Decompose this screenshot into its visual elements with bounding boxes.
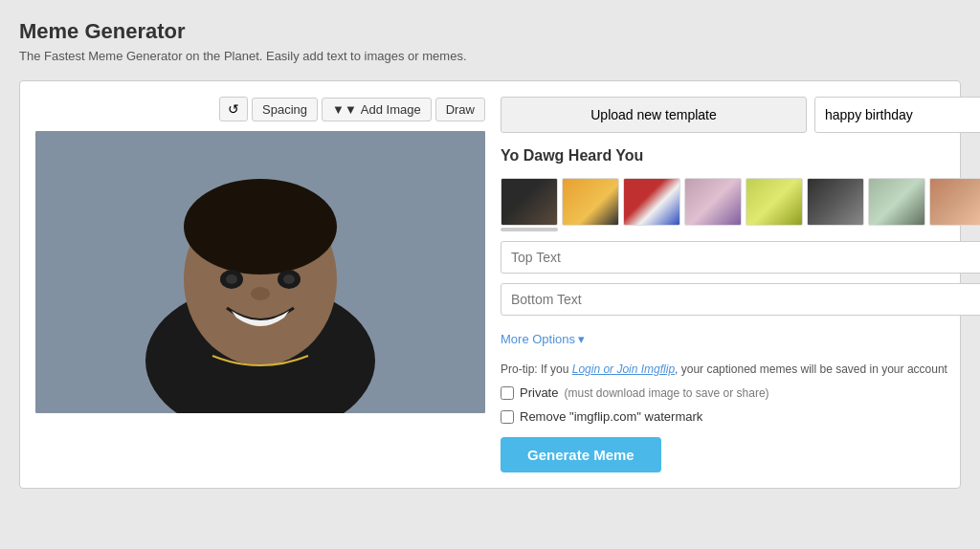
chevron-down-icon: ▾	[578, 332, 585, 346]
template-title: Yo Dawg Heard You	[501, 147, 643, 165]
meme-image	[35, 131, 485, 413]
thumbnail-item[interactable]	[746, 178, 803, 226]
thumbnail-item[interactable]	[501, 178, 558, 226]
thumbnails-container	[501, 178, 980, 231]
bottom-text-input[interactable]	[501, 283, 980, 316]
generate-meme-button[interactable]: Generate Meme	[501, 437, 661, 472]
private-checkbox-row: Private (must download image to save or …	[501, 385, 980, 400]
top-text-input[interactable]	[501, 241, 980, 274]
top-text-row: ⚙	[501, 241, 980, 274]
thumbnail-row	[501, 178, 980, 226]
more-options-link[interactable]: More Options ▾	[501, 332, 585, 346]
draw-button[interactable]: Draw	[435, 98, 485, 121]
reset-icon-button[interactable]: ↺	[219, 97, 248, 121]
meme-svg	[35, 131, 485, 413]
watermark-checkbox[interactable]	[501, 410, 514, 424]
svg-point-5	[184, 179, 337, 274]
thumbnail-item[interactable]	[868, 178, 925, 226]
add-image-icon: ▼▼	[332, 102, 357, 117]
pro-tip: Pro-tip: If you Login or Join Imgflip, y…	[501, 362, 980, 376]
toolbar: ↺ Spacing ▼▼ Add Image Draw	[35, 97, 485, 121]
add-image-button[interactable]: ▼▼ Add Image	[322, 98, 432, 121]
template-title-row: Yo Dawg Heard You My Popular	[501, 143, 980, 168]
top-row: Upload new template	[501, 97, 980, 133]
bottom-text-row: ⚙	[501, 283, 980, 316]
more-options-label: More Options	[501, 332, 575, 346]
private-label: Private	[520, 385, 558, 400]
upload-template-button[interactable]: Upload new template	[501, 97, 807, 133]
pro-tip-link[interactable]: Login or Join Imgflip	[572, 362, 675, 376]
watermark-checkbox-row: Remove "imgflip.com" watermark	[501, 409, 980, 424]
thumbnail-item[interactable]	[807, 178, 864, 226]
svg-point-9	[283, 274, 295, 284]
thumbnail-item[interactable]	[623, 178, 680, 226]
spacing-button[interactable]: Spacing	[252, 98, 318, 121]
right-panel: Upload new template Yo Dawg Heard You My…	[501, 97, 980, 472]
svg-point-10	[251, 287, 270, 300]
search-input[interactable]	[814, 97, 980, 133]
bottom-row: Generate Meme Reset	[501, 437, 980, 472]
thumbnail-item[interactable]	[929, 178, 980, 226]
thumbnail-item[interactable]	[684, 178, 742, 226]
watermark-label: Remove "imgflip.com" watermark	[520, 409, 702, 424]
private-sub-label: (must download image to save or share)	[564, 386, 768, 400]
add-image-label: Add Image	[361, 102, 421, 117]
page-subtitle: The Fastest Meme Generator on the Planet…	[19, 48, 961, 65]
options-row: More Options ▾ Add Text	[501, 325, 980, 353]
page-title: Meme Generator	[19, 19, 961, 44]
private-checkbox[interactable]	[501, 386, 514, 400]
main-container: ↺ Spacing ▼▼ Add Image Draw	[19, 80, 961, 489]
pro-tip-end: , your captioned memes will be saved in …	[675, 362, 947, 376]
thumbnail-item[interactable]	[562, 178, 619, 226]
scroll-indicator	[501, 228, 558, 231]
page-header: Meme Generator The Fastest Meme Generato…	[19, 19, 961, 65]
svg-point-8	[226, 274, 237, 284]
left-panel: ↺ Spacing ▼▼ Add Image Draw	[35, 97, 485, 472]
pro-tip-text: Pro-tip: If you	[501, 362, 572, 376]
